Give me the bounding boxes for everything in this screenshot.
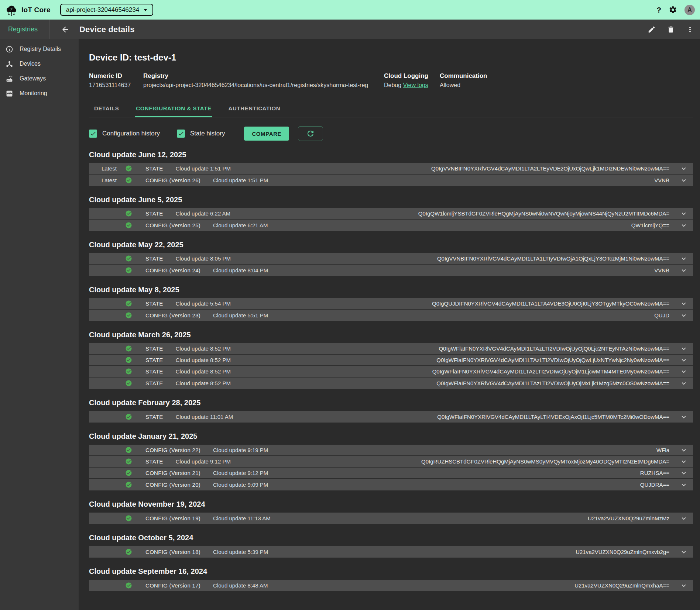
- configuration-history-checkbox[interactable]: Configuration history: [89, 130, 160, 138]
- chevron-down-icon[interactable]: [680, 469, 688, 477]
- check-circle-icon: [125, 469, 132, 476]
- breadcrumb-registries[interactable]: Registries: [4, 25, 41, 33]
- project-selector[interactable]: api-project-320446546234: [60, 4, 154, 16]
- chevron-down-icon[interactable]: [680, 266, 688, 275]
- cloud-update-section: Cloud update March 26, 2025 STATE Cloud …: [89, 331, 693, 389]
- brand: IoT Core: [5, 4, 51, 16]
- row-value: WFla: [656, 447, 669, 453]
- chevron-down-icon[interactable]: [680, 300, 688, 308]
- row-time: Cloud update 6:22 AM: [176, 210, 230, 217]
- history-row[interactable]: CONFIG (Version 17) Cloud update 8:48 AM…: [89, 580, 693, 591]
- history-row[interactable]: STATE Cloud update 8:52 PM Q0IgWFlaIFN0Y…: [89, 366, 693, 378]
- edit-pencil-icon[interactable]: [648, 25, 656, 34]
- view-logs-link[interactable]: View logs: [403, 82, 428, 88]
- history-row[interactable]: STATE Cloud update 9:12 PM Q0IgRUZHSCBTd…: [89, 456, 693, 468]
- compare-button[interactable]: COMPARE: [244, 127, 289, 141]
- history-row[interactable]: STATE Cloud update 8:52 PM Q0IgWFlaIFN0Y…: [89, 355, 693, 366]
- row-value: QUJDRA==: [640, 482, 669, 488]
- row-time: Cloud update 9:12 PM: [213, 470, 268, 476]
- settings-gear-icon[interactable]: [669, 6, 677, 14]
- chevron-down-icon[interactable]: [680, 221, 688, 230]
- row-value: Q0IgWFlaIFN0YXRlVGV4dCAyMDI1LTAzLTI2VDIw…: [436, 380, 669, 386]
- tab-authentication[interactable]: AUTHENTICATION: [228, 101, 281, 117]
- history-row[interactable]: CONFIG (Version 24) Cloud update 8:04 PM…: [89, 265, 693, 276]
- sidebar-item-gateways[interactable]: Gateways: [0, 71, 79, 86]
- row-value: QW1lcmljYQ==: [631, 222, 669, 228]
- history-row[interactable]: STATE Cloud update 8:52 PM Q0IgWFlaIFN0Y…: [89, 378, 693, 389]
- row-time: Cloud update 6:21 AM: [213, 222, 268, 228]
- history-row[interactable]: STATE Cloud update 11:01 AM Q0IgWFlaIFN0…: [89, 411, 693, 423]
- refresh-button[interactable]: [298, 126, 323, 141]
- numeric-id-label: Numeric ID: [89, 72, 143, 80]
- history-row[interactable]: CONFIG (Version 23) Cloud update 5:51 PM…: [89, 310, 693, 321]
- back-arrow-icon[interactable]: [61, 25, 70, 34]
- chevron-down-icon[interactable]: [680, 345, 688, 353]
- tab-details[interactable]: DETAILS: [93, 101, 120, 117]
- section-heading: Cloud update March 26, 2025: [89, 331, 693, 339]
- sidebar-item-registry-details[interactable]: Registry Details: [0, 42, 79, 56]
- row-time: Cloud update 9:19 PM: [213, 447, 268, 453]
- history-row-group: STATE Cloud update 5:54 PM Q0IgQUJDIFN0Y…: [89, 298, 693, 321]
- chevron-down-icon[interactable]: [680, 311, 688, 320]
- more-vert-kebab-icon[interactable]: [686, 25, 694, 34]
- row-value: Q0IgVVNBIFN0YXRlVGV4dCAyMDI1LTA1LTIyVDIw…: [437, 255, 669, 262]
- tab-configuration-and-state[interactable]: CONFIGURATION & STATE: [135, 101, 212, 117]
- history-row[interactable]: CONFIG (Version 18) Cloud update 5:39 PM…: [89, 546, 693, 558]
- latest-badge: Latest: [102, 177, 125, 183]
- history-row-group: STATE Cloud update 8:52 PM Q0IgWFlaIFN0Y…: [89, 343, 693, 389]
- chevron-down-icon[interactable]: [680, 210, 688, 218]
- chevron-down-icon[interactable]: [680, 368, 688, 376]
- history-row[interactable]: STATE Cloud update 5:54 PM Q0IgQUJDIFN0Y…: [89, 298, 693, 310]
- page-title: Device details: [79, 25, 135, 34]
- avatar[interactable]: A: [684, 5, 695, 15]
- communication-column: Communication Allowed: [440, 72, 487, 89]
- row-type: CONFIG (Version 21): [145, 470, 200, 476]
- chevron-down-icon[interactable]: [680, 255, 688, 263]
- chevron-down-icon[interactable]: [680, 582, 688, 590]
- history-row-group: CONFIG (Version 19) Cloud update 11:13 A…: [89, 513, 693, 524]
- help-icon[interactable]: ?: [656, 6, 661, 14]
- row-type: STATE: [145, 414, 163, 420]
- chevron-down-icon[interactable]: [680, 165, 688, 173]
- delete-trash-icon[interactable]: [667, 25, 675, 34]
- chevron-down-icon[interactable]: [680, 481, 688, 489]
- sidebar-item-devices[interactable]: Devices: [0, 56, 79, 71]
- sidebar-item-monitoring[interactable]: Monitoring: [0, 86, 79, 101]
- chevron-down-icon[interactable]: [680, 446, 688, 454]
- chevron-down-icon[interactable]: [680, 356, 688, 364]
- history-row[interactable]: CONFIG (Version 20) Cloud update 9:09 PM…: [89, 479, 693, 490]
- row-time: Cloud update 5:39 PM: [213, 549, 268, 555]
- history-row[interactable]: CONFIG (Version 25) Cloud update 6:21 AM…: [89, 220, 693, 231]
- row-time: Cloud update 11:13 AM: [213, 515, 271, 521]
- chevron-down-icon[interactable]: [680, 379, 688, 387]
- row-type: CONFIG (Version 22): [145, 447, 200, 453]
- row-type: STATE: [145, 165, 163, 172]
- row-time: Cloud update 1:51 PM: [176, 165, 231, 172]
- row-type: STATE: [145, 300, 163, 307]
- chevron-down-icon[interactable]: [680, 514, 688, 523]
- history-row[interactable]: STATE Cloud update 6:22 AM Q0IgQW1lcmljY…: [89, 208, 693, 220]
- chevron-down-icon[interactable]: [680, 458, 688, 466]
- check-circle-icon: [125, 380, 132, 387]
- row-value: U21va2VUZXN0Q29uZmlnQmxhaA==: [574, 582, 669, 589]
- chevron-down-icon[interactable]: [680, 176, 688, 185]
- cloud-update-section: Cloud update January 21, 2025 CONFIG (Ve…: [89, 432, 693, 490]
- numeric-id-column: Numeric ID 1716531114637: [89, 72, 143, 89]
- history-row[interactable]: STATE Cloud update 8:05 PM Q0IgVVNBIFN0Y…: [89, 253, 693, 265]
- row-value: Q0IgWFlaIFN0YXRlVGV4dCAyMDI1LTAzLTI2VDIw…: [432, 368, 669, 375]
- history-row[interactable]: CONFIG (Version 21) Cloud update 9:12 PM…: [89, 468, 693, 479]
- section-heading: Cloud update November 19, 2024: [89, 500, 693, 508]
- chevron-down-icon[interactable]: [680, 548, 688, 556]
- row-value: VVNB: [654, 267, 669, 273]
- sidebar-item-label: Monitoring: [20, 90, 47, 97]
- device-info-row: Numeric ID 1716531114637 Registry projec…: [89, 72, 693, 89]
- configuration-history-label: Configuration history: [102, 130, 160, 137]
- history-row[interactable]: CONFIG (Version 19) Cloud update 11:13 A…: [89, 513, 693, 524]
- history-row[interactable]: Latest STATE Cloud update 1:51 PM Q0IgVV…: [89, 163, 693, 175]
- state-history-checkbox[interactable]: State history: [177, 130, 225, 138]
- app-title: IoT Core: [21, 6, 51, 14]
- chevron-down-icon[interactable]: [680, 413, 688, 421]
- history-row[interactable]: CONFIG (Version 22) Cloud update 9:19 PM…: [89, 445, 693, 456]
- history-row[interactable]: STATE Cloud update 8:52 PM Q0IgWFlaIFN0Y…: [89, 343, 693, 355]
- history-row[interactable]: Latest CONFIG (Version 26) Cloud update …: [89, 175, 693, 186]
